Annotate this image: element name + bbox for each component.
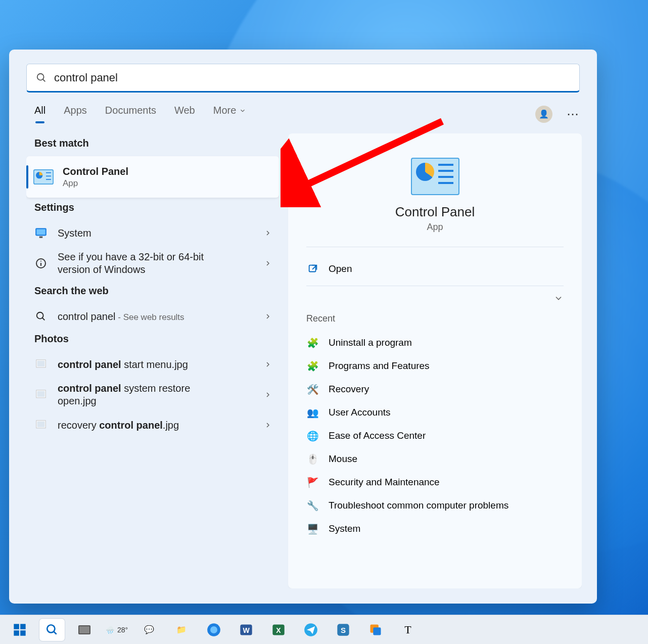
recent-label: Mouse	[329, 453, 357, 465]
search-icon	[33, 309, 49, 324]
search-box[interactable]	[26, 64, 580, 93]
user-avatar[interactable]: 👤	[535, 106, 552, 123]
search-input[interactable]	[54, 71, 570, 84]
result-photo-2[interactable]: control panel system restore open.jpg	[26, 377, 279, 412]
recent-label: Programs and Features	[329, 360, 430, 372]
recent-label: Security and Maintenance	[329, 477, 440, 488]
recent-mouse[interactable]: 🖱️Mouse	[306, 447, 564, 471]
svg-text:W: W	[243, 626, 250, 634]
svg-rect-28	[20, 630, 25, 636]
result-bitness[interactable]: See if you have a 32-bit or 64-bit versi…	[26, 246, 279, 281]
taskbar-app-snagit[interactable]: S	[331, 619, 356, 641]
chevron-right-icon	[264, 360, 272, 369]
monitor-icon	[33, 225, 49, 241]
recent-troubleshoot[interactable]: 🔧Troubleshoot common computer problems	[306, 494, 564, 517]
tab-documents[interactable]: Documents	[105, 105, 156, 123]
tab-all[interactable]: All	[34, 105, 45, 123]
search-button[interactable]	[39, 619, 65, 641]
result-bitness-label: See if you have a 32-bit or 64-bit versi…	[58, 251, 219, 276]
chevron-right-icon	[264, 229, 272, 237]
section-settings: Settings	[34, 202, 279, 213]
svg-point-13	[37, 312, 43, 319]
tab-more-label: More	[213, 105, 237, 116]
recent-user-accounts[interactable]: 👥User Accounts	[306, 401, 564, 424]
svg-text:X: X	[276, 626, 281, 634]
result-system-label: System	[58, 227, 91, 240]
chevron-down-icon	[553, 293, 564, 303]
section-search-web: Search the web	[34, 285, 279, 297]
expand-actions[interactable]	[306, 293, 564, 303]
open-label: Open	[329, 263, 352, 274]
start-search-panel: All Apps Documents Web More 👤 ⋯ Best mat…	[9, 50, 597, 604]
svg-rect-9	[39, 237, 43, 238]
recent-recovery[interactable]: 🛠️Recovery	[306, 378, 564, 401]
accessibility-icon: 🌐	[306, 429, 319, 442]
recent-label: Ease of Access Center	[329, 430, 426, 441]
photo3-label: recovery control panel.jpg	[58, 419, 179, 432]
svg-point-0	[37, 73, 44, 80]
recent-label: System	[329, 523, 360, 534]
svg-rect-20	[37, 422, 45, 428]
svg-line-30	[54, 631, 56, 634]
more-options-button[interactable]: ⋯	[567, 107, 580, 121]
result-photo-3[interactable]: recovery control panel.jpg	[26, 412, 279, 438]
weather-widget[interactable]: 🌧️ 28°	[104, 619, 129, 641]
program-icon: 🧩	[306, 359, 319, 373]
detail-title: Control Panel	[306, 204, 564, 220]
svg-line-1	[43, 79, 45, 81]
taskbar-app-edge[interactable]	[201, 619, 226, 641]
svg-rect-18	[37, 391, 45, 397]
start-button[interactable]	[7, 619, 32, 641]
recent-programs[interactable]: 🧩Programs and Features	[306, 354, 564, 378]
recent-label: Uninstall a program	[329, 337, 412, 348]
image-icon	[33, 357, 49, 372]
svg-text:S: S	[341, 625, 346, 634]
svg-rect-32	[79, 626, 89, 633]
recent-security[interactable]: 🚩Security and Maintenance	[306, 471, 564, 494]
recent-ease-of-access[interactable]: 🌐Ease of Access Center	[306, 424, 564, 447]
taskbar-app-text[interactable]: T	[395, 619, 421, 641]
recent-label: Recovery	[329, 384, 369, 395]
best-subtitle: App	[63, 178, 128, 189]
program-icon: 🧩	[306, 336, 319, 349]
task-view-button[interactable]	[72, 619, 97, 641]
control-panel-icon	[33, 167, 54, 187]
troubleshoot-icon: 🔧	[306, 499, 319, 512]
best-title: Control Panel	[63, 165, 128, 178]
chevron-right-icon	[264, 421, 272, 429]
result-control-panel[interactable]: Control Panel App	[26, 156, 279, 198]
flag-icon: 🚩	[306, 476, 319, 489]
svg-point-34	[210, 626, 217, 633]
weather-icon: 🌧️	[106, 626, 114, 634]
open-action[interactable]: Open	[306, 261, 564, 277]
tab-more[interactable]: More	[213, 105, 247, 123]
weather-temp: 28°	[117, 626, 128, 634]
result-web-search[interactable]: control panel - See web results	[26, 304, 279, 329]
taskbar-app-vmware[interactable]	[363, 619, 388, 641]
svg-rect-21	[309, 265, 316, 272]
chevron-down-icon	[239, 107, 246, 114]
result-photo-1[interactable]: control panel start menu.jpg	[26, 352, 279, 377]
recent-heading: Recent	[306, 313, 564, 324]
recent-label: User Accounts	[329, 407, 391, 418]
taskbar-app-telegram[interactable]	[298, 619, 323, 641]
recent-label: Troubleshoot common computer problems	[329, 500, 508, 511]
recent-uninstall[interactable]: 🧩Uninstall a program	[306, 331, 564, 354]
svg-point-12	[40, 261, 41, 262]
svg-rect-43	[373, 627, 381, 635]
section-photos: Photos	[34, 333, 279, 345]
svg-rect-8	[36, 229, 45, 235]
taskbar-app-word[interactable]: W	[234, 619, 259, 641]
svg-line-14	[42, 318, 45, 320]
taskbar-app-explorer[interactable]: 📁	[169, 619, 194, 641]
divider	[306, 247, 564, 247]
tab-web[interactable]: Web	[174, 105, 195, 123]
system-icon: 🖥️	[306, 522, 319, 535]
result-system[interactable]: System	[26, 220, 279, 246]
taskbar: 🌧️ 28° 💬 📁 W X S T	[0, 615, 648, 644]
taskbar-app-excel[interactable]: X	[266, 619, 291, 641]
recent-system[interactable]: 🖥️System	[306, 517, 564, 540]
taskbar-app-teams[interactable]: 💬	[136, 619, 162, 641]
web-result: control panel - See web results	[58, 310, 184, 323]
tab-apps[interactable]: Apps	[64, 105, 87, 123]
